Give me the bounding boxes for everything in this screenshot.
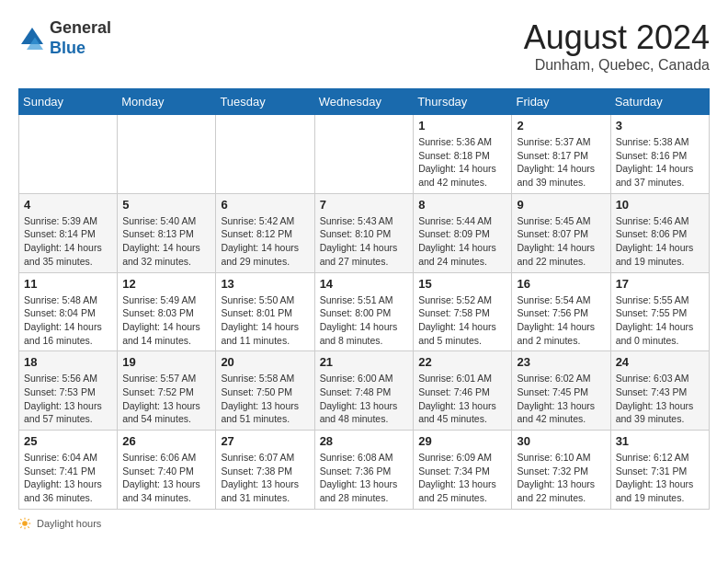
svg-line-7 bbox=[20, 519, 21, 520]
svg-line-8 bbox=[28, 526, 28, 527]
day-info: Sunrise: 5:43 AM Sunset: 8:10 PM Dayligh… bbox=[320, 214, 409, 269]
sun-icon bbox=[18, 517, 31, 530]
day-number: 11 bbox=[24, 277, 112, 291]
logo-icon bbox=[18, 25, 46, 52]
day-number: 4 bbox=[24, 198, 112, 212]
day-number: 30 bbox=[517, 434, 605, 448]
calendar-cell-1-5: 1Sunrise: 5:36 AM Sunset: 8:18 PM Daylig… bbox=[414, 115, 512, 194]
day-number: 15 bbox=[418, 277, 506, 291]
day-number: 14 bbox=[320, 277, 409, 291]
day-number: 27 bbox=[221, 434, 309, 448]
calendar-cell-2-5: 8Sunrise: 5:44 AM Sunset: 8:09 PM Daylig… bbox=[414, 193, 512, 272]
calendar-cell-5-2: 26Sunrise: 6:06 AM Sunset: 7:40 PM Dayli… bbox=[118, 431, 216, 510]
calendar-cell-3-6: 16Sunrise: 5:54 AM Sunset: 7:56 PM Dayli… bbox=[512, 272, 610, 351]
day-number: 17 bbox=[616, 277, 704, 291]
day-number: 21 bbox=[320, 355, 409, 369]
day-info: Sunrise: 5:45 AM Sunset: 8:07 PM Dayligh… bbox=[517, 214, 605, 269]
footer-note: Daylight hours bbox=[18, 517, 710, 530]
day-info: Sunrise: 5:50 AM Sunset: 8:01 PM Dayligh… bbox=[221, 293, 309, 348]
svg-line-9 bbox=[28, 519, 28, 520]
day-number: 19 bbox=[122, 355, 210, 369]
day-info: Sunrise: 6:03 AM Sunset: 7:43 PM Dayligh… bbox=[616, 372, 704, 426]
calendar-cell-5-6: 30Sunrise: 6:10 AM Sunset: 7:32 PM Dayli… bbox=[512, 431, 610, 510]
calendar-cell-3-5: 15Sunrise: 5:52 AM Sunset: 7:58 PM Dayli… bbox=[414, 272, 512, 351]
day-number: 31 bbox=[616, 434, 704, 448]
day-info: Sunrise: 5:44 AM Sunset: 8:09 PM Dayligh… bbox=[418, 214, 506, 269]
day-header-monday: Monday bbox=[118, 89, 216, 115]
title-area: August 2024 Dunham, Quebec, Canada bbox=[524, 18, 710, 74]
calendar-cell-1-7: 3Sunrise: 5:38 AM Sunset: 8:16 PM Daylig… bbox=[610, 115, 709, 194]
calendar-cell-1-1 bbox=[19, 115, 118, 194]
day-info: Sunrise: 6:00 AM Sunset: 7:48 PM Dayligh… bbox=[320, 372, 409, 426]
calendar-cell-1-4 bbox=[314, 115, 414, 194]
day-info: Sunrise: 6:09 AM Sunset: 7:34 PM Dayligh… bbox=[418, 451, 506, 505]
day-number: 20 bbox=[221, 355, 309, 369]
calendar-cell-4-5: 22Sunrise: 6:01 AM Sunset: 7:46 PM Dayli… bbox=[414, 351, 512, 431]
calendar-cell-1-6: 2Sunrise: 5:37 AM Sunset: 8:17 PM Daylig… bbox=[512, 115, 610, 194]
logo-text: General Blue bbox=[50, 18, 111, 58]
calendar-cell-1-2 bbox=[118, 115, 216, 194]
month-year-title: August 2024 bbox=[524, 18, 710, 57]
day-info: Sunrise: 6:06 AM Sunset: 7:40 PM Dayligh… bbox=[122, 451, 210, 505]
calendar-cell-2-1: 4Sunrise: 5:39 AM Sunset: 8:14 PM Daylig… bbox=[19, 193, 118, 272]
day-info: Sunrise: 5:51 AM Sunset: 8:00 PM Dayligh… bbox=[320, 293, 409, 348]
day-number: 18 bbox=[24, 355, 112, 369]
day-header-sunday: Sunday bbox=[19, 89, 118, 115]
calendar-cell-1-3 bbox=[216, 115, 314, 194]
day-header-tuesday: Tuesday bbox=[216, 89, 314, 115]
day-number: 16 bbox=[517, 277, 605, 291]
week-row-2: 4Sunrise: 5:39 AM Sunset: 8:14 PM Daylig… bbox=[19, 193, 710, 272]
calendar-cell-2-3: 6Sunrise: 5:42 AM Sunset: 8:12 PM Daylig… bbox=[216, 193, 314, 272]
day-info: Sunrise: 5:48 AM Sunset: 8:04 PM Dayligh… bbox=[24, 293, 112, 348]
day-info: Sunrise: 6:02 AM Sunset: 7:45 PM Dayligh… bbox=[517, 372, 605, 426]
week-row-5: 25Sunrise: 6:04 AM Sunset: 7:41 PM Dayli… bbox=[19, 431, 710, 510]
calendar-cell-4-3: 20Sunrise: 5:58 AM Sunset: 7:50 PM Dayli… bbox=[216, 351, 314, 431]
calendar-body: 1Sunrise: 5:36 AM Sunset: 8:18 PM Daylig… bbox=[19, 115, 710, 510]
day-number: 12 bbox=[122, 277, 210, 291]
day-number: 13 bbox=[221, 277, 309, 291]
daylight-label: Daylight hours bbox=[37, 518, 101, 529]
calendar-cell-5-1: 25Sunrise: 6:04 AM Sunset: 7:41 PM Dayli… bbox=[19, 431, 118, 510]
day-header-friday: Friday bbox=[512, 89, 610, 115]
logo: General Blue bbox=[18, 18, 111, 58]
calendar-cell-3-7: 17Sunrise: 5:55 AM Sunset: 7:55 PM Dayli… bbox=[610, 272, 709, 351]
day-info: Sunrise: 5:52 AM Sunset: 7:58 PM Dayligh… bbox=[418, 293, 506, 348]
day-info: Sunrise: 6:12 AM Sunset: 7:31 PM Dayligh… bbox=[616, 451, 704, 505]
calendar-cell-4-6: 23Sunrise: 6:02 AM Sunset: 7:45 PM Dayli… bbox=[512, 351, 610, 431]
day-info: Sunrise: 5:58 AM Sunset: 7:50 PM Dayligh… bbox=[221, 372, 309, 426]
calendar-cell-5-3: 27Sunrise: 6:07 AM Sunset: 7:38 PM Dayli… bbox=[216, 431, 314, 510]
calendar-cell-2-6: 9Sunrise: 5:45 AM Sunset: 8:07 PM Daylig… bbox=[512, 193, 610, 272]
day-info: Sunrise: 5:39 AM Sunset: 8:14 PM Dayligh… bbox=[24, 214, 112, 269]
calendar-cell-2-4: 7Sunrise: 5:43 AM Sunset: 8:10 PM Daylig… bbox=[314, 193, 414, 272]
calendar-cell-3-4: 14Sunrise: 5:51 AM Sunset: 8:00 PM Dayli… bbox=[314, 272, 414, 351]
week-row-4: 18Sunrise: 5:56 AM Sunset: 7:53 PM Dayli… bbox=[19, 351, 710, 431]
calendar-cell-4-7: 24Sunrise: 6:03 AM Sunset: 7:43 PM Dayli… bbox=[610, 351, 709, 431]
day-info: Sunrise: 5:57 AM Sunset: 7:52 PM Dayligh… bbox=[122, 372, 210, 426]
day-info: Sunrise: 6:10 AM Sunset: 7:32 PM Dayligh… bbox=[517, 451, 605, 505]
day-number: 28 bbox=[320, 434, 409, 448]
day-number: 9 bbox=[517, 198, 605, 212]
day-info: Sunrise: 5:55 AM Sunset: 7:55 PM Dayligh… bbox=[616, 293, 704, 348]
calendar-cell-4-1: 18Sunrise: 5:56 AM Sunset: 7:53 PM Dayli… bbox=[19, 351, 118, 431]
day-number: 29 bbox=[418, 434, 506, 448]
day-number: 22 bbox=[418, 355, 506, 369]
day-info: Sunrise: 5:49 AM Sunset: 8:03 PM Dayligh… bbox=[122, 293, 210, 348]
day-info: Sunrise: 5:38 AM Sunset: 8:16 PM Dayligh… bbox=[616, 135, 704, 190]
day-number: 2 bbox=[517, 119, 605, 132]
day-info: Sunrise: 6:04 AM Sunset: 7:41 PM Dayligh… bbox=[24, 451, 112, 505]
day-number: 8 bbox=[418, 198, 506, 212]
day-number: 25 bbox=[24, 434, 112, 448]
day-info: Sunrise: 5:40 AM Sunset: 8:13 PM Dayligh… bbox=[122, 214, 210, 269]
week-row-3: 11Sunrise: 5:48 AM Sunset: 8:04 PM Dayli… bbox=[19, 272, 710, 351]
calendar-header: SundayMondayTuesdayWednesdayThursdayFrid… bbox=[19, 89, 710, 115]
day-number: 26 bbox=[122, 434, 210, 448]
day-info: Sunrise: 6:08 AM Sunset: 7:36 PM Dayligh… bbox=[320, 451, 409, 505]
day-info: Sunrise: 5:56 AM Sunset: 7:53 PM Dayligh… bbox=[24, 372, 112, 426]
day-number: 10 bbox=[616, 198, 704, 212]
calendar-cell-3-3: 13Sunrise: 5:50 AM Sunset: 8:01 PM Dayli… bbox=[216, 272, 314, 351]
days-header-row: SundayMondayTuesdayWednesdayThursdayFrid… bbox=[19, 89, 710, 115]
calendar-cell-3-2: 12Sunrise: 5:49 AM Sunset: 8:03 PM Dayli… bbox=[118, 272, 216, 351]
calendar-cell-4-2: 19Sunrise: 5:57 AM Sunset: 7:52 PM Dayli… bbox=[118, 351, 216, 431]
calendar-cell-5-4: 28Sunrise: 6:08 AM Sunset: 7:36 PM Dayli… bbox=[314, 431, 414, 510]
day-header-thursday: Thursday bbox=[414, 89, 512, 115]
